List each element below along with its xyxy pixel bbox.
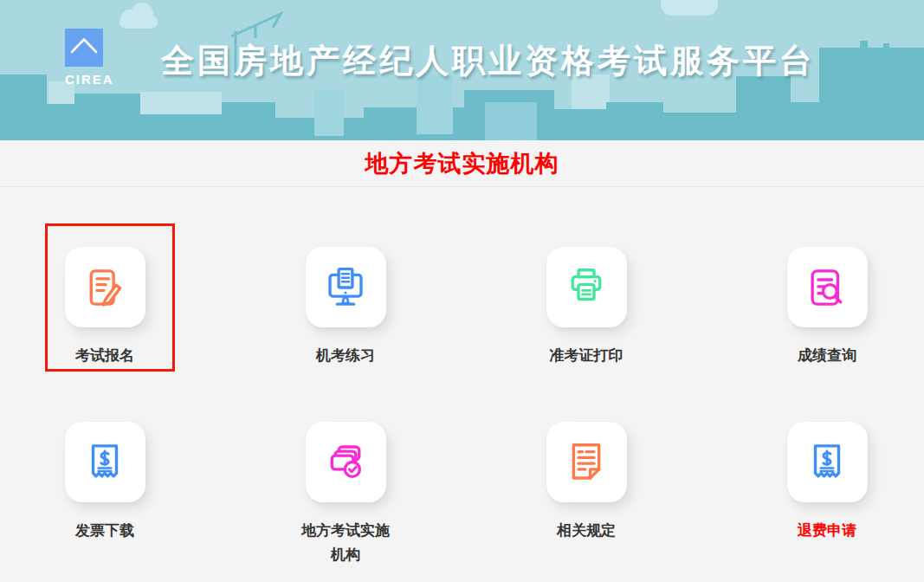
- cards-check-icon: [322, 439, 369, 486]
- invoice-download-button[interactable]: [65, 422, 145, 502]
- services-grid: 考试报名 机考练习: [0, 247, 924, 567]
- service-card-label[interactable]: 发票下载: [55, 519, 154, 543]
- service-card-label[interactable]: 地方考试实施机构: [296, 519, 395, 567]
- admission-ticket-print-button[interactable]: [546, 247, 627, 327]
- computer-exam-practice-button[interactable]: [306, 247, 386, 327]
- page: CIREA 全国房地产经纪人职业资格考试服务平台 地方考试实施机构 考试报名: [0, 0, 924, 582]
- service-card-local-exam-agencies: 地方考试实施机构: [225, 422, 466, 567]
- doc-lines-icon: [563, 439, 610, 486]
- monitor-doc-icon: [322, 264, 369, 311]
- site-header: CIREA 全国房地产经纪人职业资格考试服务平台: [0, 0, 924, 140]
- local-exam-agencies-button[interactable]: [306, 422, 386, 502]
- related-regulations-button[interactable]: [546, 422, 627, 502]
- service-card-invoice-download: 发票下载: [0, 422, 225, 567]
- receipt-dollar-icon: [804, 439, 850, 486]
- site-title: 全国房地产经纪人职业资格考试服务平台: [161, 39, 816, 83]
- service-card-label[interactable]: 考试报名: [55, 344, 154, 368]
- receipt-dollar-icon: [81, 439, 128, 486]
- service-card-exam-registration: 考试报名: [0, 247, 225, 368]
- service-card-label[interactable]: 机考练习: [296, 344, 395, 368]
- service-card-label[interactable]: 退费申请: [778, 519, 876, 543]
- service-card-label[interactable]: 准考证打印: [537, 344, 636, 368]
- logo-roof-icon: [65, 29, 103, 67]
- doc-search-icon: [804, 264, 850, 311]
- printer-icon: [563, 264, 610, 311]
- service-card-computer-exam-practice: 机考练习: [225, 247, 466, 368]
- logo-text: CIREA: [65, 72, 103, 87]
- section-bar: 地方考试实施机构: [0, 140, 924, 187]
- cirea-logo[interactable]: CIREA: [65, 29, 103, 87]
- service-card-label[interactable]: 相关规定: [537, 519, 636, 543]
- service-card-score-inquiry: 成绩查询: [707, 247, 924, 368]
- cloud-icon: [661, 0, 718, 16]
- service-card-label[interactable]: 成绩查询: [778, 344, 876, 368]
- service-card-related-regulations: 相关规定: [466, 422, 707, 567]
- doc-pencil-icon: [81, 264, 128, 311]
- service-card-refund-application: 退费申请: [707, 422, 924, 567]
- exam-registration-button[interactable]: [65, 247, 145, 327]
- score-inquiry-button[interactable]: [787, 247, 868, 327]
- service-card-admission-ticket-print: 准考证打印: [466, 247, 707, 368]
- section-title: 地方考试实施机构: [365, 148, 559, 179]
- refund-application-button[interactable]: [787, 422, 868, 502]
